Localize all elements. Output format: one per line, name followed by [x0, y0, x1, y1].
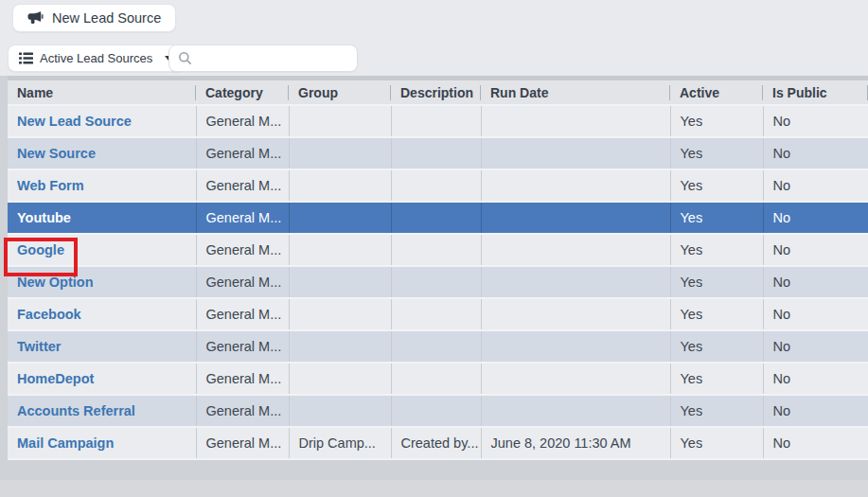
lead-source-link[interactable]: Twitter — [17, 339, 61, 354]
table-row[interactable]: Accounts ReferralGeneral M...YesNo — [8, 395, 868, 427]
toolbar: New Lead Source Active Lead Sources — [0, 0, 868, 76]
cell-active: Yes — [670, 234, 763, 266]
cell-category: General M... — [196, 169, 289, 202]
cell-group — [289, 137, 391, 169]
new-lead-source-label: New Lead Source — [52, 10, 161, 26]
cell-run-date: June 8, 2020 11:30 AM — [481, 427, 670, 459]
cell-name: Twitter — [8, 330, 196, 363]
cell-description — [391, 330, 481, 363]
cell-active: Yes — [670, 427, 763, 459]
lead-source-link[interactable]: Facebook — [17, 307, 81, 322]
cell-active: Yes — [670, 298, 763, 330]
cell-category: General M... — [196, 266, 289, 298]
cell-group: Drip Camp... — [289, 427, 391, 459]
table-row[interactable]: Web FormGeneral M...YesNo — [8, 169, 868, 202]
cell-description — [391, 137, 481, 169]
search-input[interactable] — [199, 51, 348, 65]
cell-description — [391, 105, 481, 137]
cell-is-public: No — [763, 266, 868, 298]
table-row[interactable]: FacebookGeneral M...YesNo — [8, 298, 868, 330]
lead-source-link[interactable]: Mail Campaign — [17, 435, 114, 451]
cell-run-date — [481, 298, 670, 330]
lead-source-link[interactable]: New Lead Source — [17, 114, 132, 129]
cell-name: New Option — [8, 266, 196, 298]
cell-name: New Source — [8, 137, 196, 169]
lead-source-link[interactable]: Youtube — [17, 210, 71, 225]
table-row[interactable]: GoogleGeneral M...YesNo — [8, 234, 868, 266]
megaphone-icon — [27, 11, 44, 26]
cell-run-date — [481, 105, 670, 137]
lead-source-link[interactable]: Google — [17, 242, 64, 257]
table-row[interactable]: Mail CampaignGeneral M...Drip Camp...Cre… — [8, 427, 868, 459]
cell-group — [289, 363, 391, 395]
lead-source-link[interactable]: Accounts Referral — [17, 403, 135, 418]
cell-category: General M... — [196, 395, 289, 427]
cell-run-date — [481, 169, 670, 202]
cell-group — [289, 234, 391, 266]
cell-active: Yes — [670, 395, 763, 427]
cell-name: Accounts Referral — [8, 395, 196, 427]
cell-active: Yes — [670, 105, 763, 137]
cell-category: General M... — [196, 234, 289, 266]
lead-source-link[interactable]: Web Form — [17, 178, 84, 193]
table-row[interactable]: YoutubeGeneral M...YesNo — [8, 202, 868, 234]
header-row: NameCategoryGroupDescriptionRun DateActi… — [8, 80, 868, 105]
cell-run-date — [481, 234, 670, 266]
cell-group — [289, 202, 391, 234]
table-row[interactable]: New SourceGeneral M...YesNo — [8, 137, 868, 169]
lead-sources-table: NameCategoryGroupDescriptionRun DateActi… — [8, 80, 868, 460]
cell-is-public: No — [763, 202, 868, 234]
cell-active: Yes — [670, 266, 763, 298]
column-header-name[interactable]: Name — [8, 80, 196, 105]
column-header-is-public[interactable]: Is Public — [763, 80, 868, 105]
cell-category: General M... — [196, 330, 289, 363]
cell-run-date — [481, 330, 670, 363]
cell-is-public: No — [763, 363, 868, 395]
cell-is-public: No — [763, 298, 868, 330]
cell-description — [391, 298, 481, 330]
cell-active: Yes — [670, 330, 763, 363]
cell-run-date — [481, 266, 670, 298]
cell-group — [289, 169, 391, 202]
cell-group — [289, 298, 391, 330]
table-row[interactable]: TwitterGeneral M...YesNo — [8, 330, 868, 363]
cell-is-public: No — [763, 427, 868, 459]
column-header-active[interactable]: Active — [670, 80, 763, 105]
cell-description — [391, 202, 481, 234]
new-lead-source-button[interactable]: New Lead Source — [12, 4, 176, 32]
filter-dropdown-button[interactable]: Active Lead Sources — [8, 44, 184, 72]
cell-category: General M... — [196, 298, 289, 330]
table-row[interactable]: New Lead SourceGeneral M...YesNo — [8, 105, 868, 137]
cell-run-date — [481, 137, 670, 169]
list-icon — [19, 52, 33, 64]
cell-name: Google — [8, 234, 196, 266]
cell-run-date — [481, 395, 670, 427]
cell-description — [391, 266, 481, 298]
filter-label: Active Lead Sources — [40, 51, 152, 65]
lead-source-link[interactable]: New Option — [17, 275, 94, 290]
cell-group — [289, 330, 391, 363]
table-row[interactable]: HomeDepotGeneral M...YesNo — [8, 363, 868, 395]
cell-category: General M... — [196, 363, 289, 395]
cell-run-date — [481, 363, 670, 395]
cell-group — [289, 105, 391, 137]
cell-name: Youtube — [8, 202, 196, 234]
column-header-category[interactable]: Category — [196, 80, 289, 105]
cell-is-public: No — [763, 137, 868, 169]
cell-is-public: No — [763, 105, 868, 137]
cell-name: HomeDepot — [8, 363, 196, 395]
table-body: New Lead SourceGeneral M...YesNoNew Sour… — [8, 105, 868, 459]
lead-source-link[interactable]: New Source — [17, 146, 96, 161]
cell-group — [289, 395, 391, 427]
cell-group — [289, 266, 391, 298]
lead-sources-page: New Lead Source Active Lead Sources — [0, 0, 868, 497]
table-row[interactable]: New OptionGeneral M...YesNo — [8, 266, 868, 298]
cell-description — [391, 169, 481, 202]
cell-active: Yes — [670, 137, 763, 169]
lead-source-link[interactable]: HomeDepot — [17, 371, 94, 386]
column-header-description[interactable]: Description — [391, 80, 481, 105]
column-header-run-date[interactable]: Run Date — [481, 80, 670, 105]
cell-active: Yes — [670, 363, 763, 395]
search-box — [168, 44, 358, 72]
column-header-group[interactable]: Group — [289, 80, 391, 105]
